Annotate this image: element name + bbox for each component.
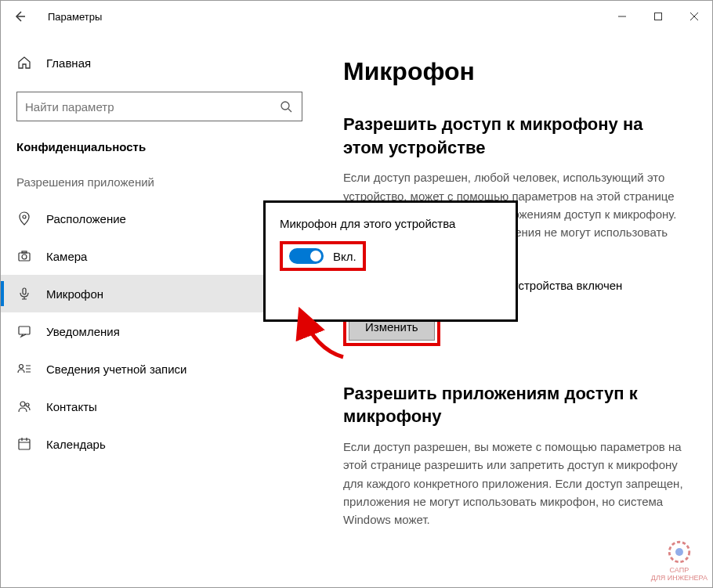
sidebar-item-label: Календарь	[46, 438, 106, 451]
location-icon	[16, 211, 32, 225]
mic-device-popup: Микрофон для этого устройства Вкл.	[263, 200, 518, 322]
sidebar-item-label: Контакты	[46, 400, 97, 413]
home-label: Главная	[46, 56, 91, 70]
search-icon	[278, 100, 294, 113]
svg-rect-7	[19, 326, 30, 334]
section2-heading: Разрешить приложениям доступ к микрофону	[343, 382, 687, 428]
svg-point-2	[23, 215, 26, 218]
minimize-icon	[617, 12, 627, 21]
sidebar-item-contacts[interactable]: Контакты	[1, 388, 318, 425]
section1-heading: Разрешить доступ к микрофону на этом уст…	[343, 113, 687, 159]
camera-icon	[16, 249, 32, 263]
svg-point-1	[281, 102, 289, 110]
settings-window: Параметры Главная Конфиденциальность Раз…	[0, 0, 713, 588]
svg-rect-11	[19, 439, 30, 449]
close-icon	[689, 12, 699, 21]
account-info-icon	[16, 362, 32, 376]
svg-point-4	[22, 254, 27, 259]
arrow-left-icon	[13, 10, 26, 23]
contacts-icon	[16, 399, 32, 413]
search-input[interactable]	[25, 100, 278, 114]
svg-point-8	[20, 365, 24, 369]
microphone-icon	[16, 287, 32, 301]
sidebar-item-label: Уведомления	[46, 325, 120, 338]
home-icon	[16, 56, 32, 70]
home-link[interactable]: Главная	[1, 48, 318, 78]
sidebar-item-label: Камера	[46, 250, 87, 263]
sidebar-item-label: Микрофон	[46, 287, 103, 301]
sidebar-item-label: Расположение	[46, 212, 126, 225]
window-title: Параметры	[48, 11, 604, 23]
group-title: Разрешения приложений	[1, 175, 318, 200]
page-title: Микрофон	[343, 57, 687, 86]
minimize-button[interactable]	[604, 1, 640, 32]
maximize-icon	[653, 12, 663, 21]
svg-point-10	[26, 403, 29, 406]
section2-description: Если доступ разрешен, вы можете с помощь…	[343, 438, 687, 528]
back-button[interactable]	[1, 1, 38, 32]
highlight-toggle: Вкл.	[280, 241, 366, 271]
popup-title: Микрофон для этого устройства	[280, 217, 501, 230]
svg-rect-5	[22, 251, 27, 253]
close-button[interactable]	[676, 1, 712, 32]
svg-point-9	[20, 402, 25, 406]
mic-device-toggle[interactable]	[289, 248, 324, 264]
svg-rect-0	[655, 13, 662, 20]
search-box[interactable]	[16, 92, 302, 121]
sidebar-item-label: Сведения учетной записи	[46, 363, 187, 376]
window-controls	[604, 1, 712, 32]
sidebar-item-calendar[interactable]: Календарь	[1, 425, 318, 463]
calendar-icon	[16, 437, 32, 451]
titlebar: Параметры	[1, 1, 712, 32]
section-title: Конфиденциальность	[1, 140, 318, 175]
notifications-icon	[16, 324, 32, 338]
maximize-button[interactable]	[640, 1, 676, 32]
sidebar-item-account-info[interactable]: Сведения учетной записи	[1, 350, 318, 388]
toggle-state-label: Вкл.	[333, 250, 356, 263]
svg-rect-6	[23, 288, 26, 294]
